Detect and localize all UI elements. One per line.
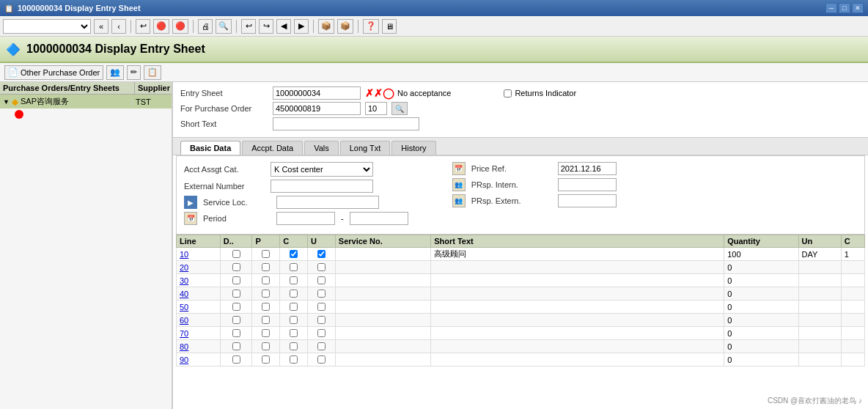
short-text-input[interactable] — [273, 117, 419, 130]
u-checkbox[interactable] — [317, 355, 326, 364]
edit-button[interactable]: ✏ — [127, 65, 141, 80]
p-checkbox[interactable] — [262, 263, 270, 271]
p-checkbox[interactable] — [262, 290, 270, 298]
p-checkbox[interactable] — [262, 355, 270, 364]
d-checkbox[interactable] — [232, 290, 240, 298]
u-checkbox[interactable] — [317, 303, 326, 311]
service-no-cell — [335, 340, 430, 353]
u-checkbox[interactable] — [317, 250, 326, 258]
line-cell[interactable]: 90 — [177, 353, 221, 366]
po-browse-button[interactable]: 🔍 — [391, 102, 408, 115]
d-checkbox[interactable] — [232, 303, 240, 311]
c-checkbox[interactable] — [290, 250, 298, 258]
tab-long-txt[interactable]: Long Txt — [340, 141, 391, 155]
tab-vals[interactable]: Vals — [304, 141, 339, 155]
command-dropdown[interactable] — [3, 19, 91, 34]
col-short-text: Short Text — [431, 235, 724, 248]
print-btn[interactable]: 🖨 — [198, 19, 213, 34]
nav-forward-btn[interactable]: ‹ — [111, 19, 126, 34]
box1-btn[interactable]: 📦 — [318, 19, 334, 34]
u-checkbox[interactable] — [317, 329, 326, 337]
window-controls: ─ □ ✕ — [825, 3, 864, 13]
prsp-extern-icon: 👥 — [452, 194, 466, 207]
c-checkbox[interactable] — [290, 342, 298, 350]
returns-indicator-checkbox[interactable] — [504, 89, 512, 97]
period-input2[interactable] — [350, 212, 408, 225]
un-cell — [798, 340, 841, 353]
p-checkbox[interactable] — [262, 316, 270, 324]
tab-basic-data[interactable]: Basic Data — [180, 141, 240, 155]
ext-number-input[interactable] — [271, 180, 373, 193]
p-checkbox[interactable] — [262, 329, 270, 337]
d-checkbox[interactable] — [232, 342, 240, 350]
line-cell[interactable]: 40 — [177, 287, 221, 301]
u-checkbox[interactable] — [317, 316, 326, 324]
prsp-intern-input[interactable] — [558, 178, 617, 191]
tree-leaf-item[interactable] — [0, 108, 172, 120]
short-text-cell — [431, 340, 724, 353]
p-checkbox[interactable] — [262, 342, 270, 350]
c-checkbox[interactable] — [290, 290, 298, 298]
d-checkbox[interactable] — [232, 276, 240, 284]
line-cell[interactable]: 30 — [177, 274, 221, 287]
refresh-btn[interactable]: ↩ — [136, 19, 150, 34]
other-po-button[interactable]: 📄 Other Purchase Order — [4, 65, 103, 80]
p-checkbox[interactable] — [262, 276, 270, 284]
c-cell — [280, 327, 308, 340]
c-checkbox[interactable] — [290, 316, 298, 324]
p-checkbox[interactable] — [262, 303, 270, 311]
for-po-input1[interactable] — [273, 102, 361, 115]
d-checkbox[interactable] — [232, 329, 240, 337]
line-cell[interactable]: 10 — [177, 248, 221, 261]
line-cell[interactable]: 20 — [177, 261, 221, 274]
line-cell[interactable]: 80 — [177, 340, 221, 353]
find-btn[interactable]: 🔍 — [216, 19, 232, 34]
help-btn[interactable]: ❓ — [363, 19, 379, 34]
u-checkbox[interactable] — [317, 276, 326, 284]
entry-sheet-input[interactable] — [273, 86, 361, 100]
p-checkbox[interactable] — [262, 250, 270, 258]
tab-accpt-data[interactable]: Accpt. Data — [242, 141, 303, 155]
line-cell[interactable]: 70 — [177, 327, 221, 340]
nav-back-btn[interactable]: « — [94, 19, 108, 34]
acct-assgt-select[interactable]: K Cost center A Asset F Order — [271, 162, 373, 177]
tree-group-item[interactable]: ▼ ◆ SAP咨询服务 TST — [0, 95, 172, 108]
persons-button[interactable]: 👥 — [106, 65, 124, 80]
c-checkbox[interactable] — [290, 329, 298, 337]
line-cell[interactable]: 50 — [177, 301, 221, 314]
u-checkbox[interactable] — [317, 342, 326, 350]
period-input1[interactable] — [276, 212, 335, 225]
d-checkbox[interactable] — [232, 355, 240, 364]
copy-button[interactable]: 📋 — [144, 65, 161, 80]
period-row: 📅 Period - — [184, 212, 408, 225]
execute-btn[interactable]: 🔴 — [153, 19, 169, 34]
c-checkbox[interactable] — [290, 355, 298, 364]
prev-btn[interactable]: ◀ — [276, 19, 291, 34]
quantity-cell: 0 — [724, 301, 798, 314]
d-checkbox[interactable] — [232, 263, 240, 271]
d-checkbox[interactable] — [232, 316, 240, 324]
service-loc-input[interactable] — [276, 196, 379, 209]
c-checkbox[interactable] — [290, 303, 298, 311]
line-cell[interactable]: 60 — [177, 314, 221, 327]
d-checkbox[interactable] — [232, 250, 240, 258]
price-ref-input[interactable] — [558, 162, 617, 175]
box2-btn[interactable]: 📦 — [337, 19, 353, 34]
maximize-button[interactable]: □ — [839, 3, 850, 13]
next-btn[interactable]: ▶ — [294, 19, 309, 34]
u-checkbox[interactable] — [317, 263, 326, 271]
undo-btn[interactable]: ↩ — [241, 19, 256, 34]
c-checkbox[interactable] — [290, 263, 298, 271]
u-checkbox[interactable] — [317, 290, 326, 298]
c-checkbox[interactable] — [290, 276, 298, 284]
minimize-button[interactable]: ─ — [825, 3, 837, 13]
tab-history[interactable]: History — [391, 141, 435, 155]
redo-btn[interactable]: ↪ — [259, 19, 273, 34]
u-cell — [308, 301, 336, 314]
custom-btn[interactable]: 🖥 — [382, 19, 397, 34]
u-cell — [308, 314, 336, 327]
close-button[interactable]: ✕ — [852, 3, 864, 13]
for-po-input2[interactable] — [365, 102, 387, 115]
prsp-extern-input[interactable] — [558, 194, 617, 207]
execute2-btn[interactable]: 🔴 — [172, 19, 188, 34]
